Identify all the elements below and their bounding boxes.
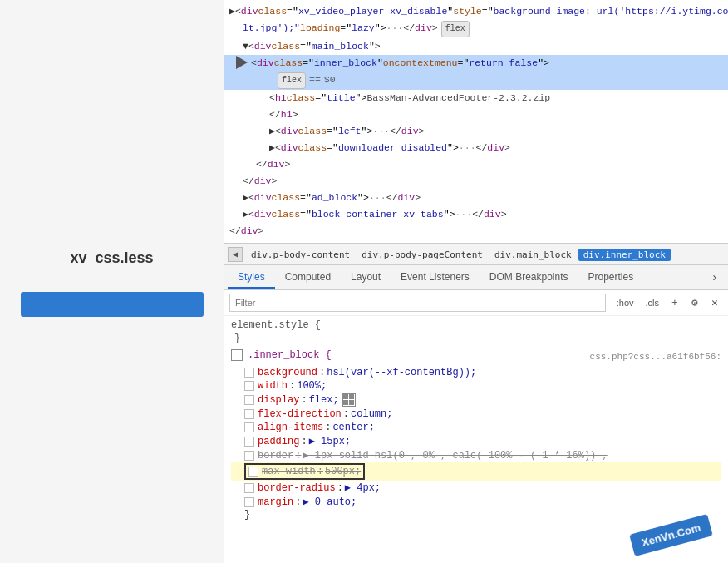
style-rule-flex-direction: flex-direction: column;	[231, 407, 721, 421]
rule-checkbox-border-radius[interactable]	[244, 483, 254, 493]
inner-block-style-block: .inner_block { css.php?css...a61f6bf56: …	[231, 349, 721, 521]
tabs-row: Styles Computed Layout Event Listeners D…	[224, 265, 728, 290]
style-rule-margin: margin: ▶ 0 auto;	[231, 495, 721, 509]
breadcrumb-item-1[interactable]: div.p-body-pageContent	[357, 249, 488, 261]
breadcrumb-item-0[interactable]: div.p-body-content	[246, 249, 355, 261]
tab-more-icon[interactable]: ›	[705, 267, 725, 289]
rule-checkbox-align-items[interactable]	[244, 422, 254, 432]
tab-styles[interactable]: Styles	[228, 267, 275, 289]
tree-line[interactable]: <h1 class="title"> BassMan-AdvancedFoote…	[224, 90, 728, 106]
flex-badge: flex	[278, 72, 306, 89]
breadcrumb-item-2[interactable]: div.main_block	[489, 249, 577, 261]
tab-layout[interactable]: Layout	[341, 267, 391, 289]
rule-checkbox-max-width[interactable]	[248, 467, 258, 477]
element-style-block: element.style { }	[231, 319, 721, 344]
flex-grid-icon[interactable]	[342, 393, 356, 407]
rule-checkbox-width[interactable]	[244, 381, 254, 391]
tree-line[interactable]: ▶ <div class="block-container xv-tabs"> …	[224, 206, 728, 223]
tree-line-selected-sub[interactable]: flex == $0	[224, 72, 728, 90]
rule-checkbox-border[interactable]	[244, 451, 254, 461]
tree-line[interactable]: </div>	[224, 156, 728, 173]
style-rule-padding: padding: ▶ 15px;	[231, 434, 721, 448]
tree-line[interactable]: lt.jpg');" loading="lazy"> ··· </div> fl…	[224, 20, 728, 38]
tree-line[interactable]: ▶ <div class="xv_video_player xv_disable…	[224, 3, 728, 20]
html-tree: ▶ <div class="xv_video_player xv_disable…	[224, 0, 728, 244]
breadcrumb-item-3[interactable]: div.inner_block	[578, 249, 671, 261]
hov-filter-btn[interactable]: :hov	[612, 295, 638, 310]
devtools-panel: ▶ <div class="xv_video_player xv_disable…	[224, 0, 728, 563]
style-rule-border: border: ▶ 1px solid hsl(0 , 0% , calc( 1…	[231, 448, 721, 462]
element-style-line: element.style {	[231, 319, 721, 331]
style-selector: .inner_block {	[248, 349, 332, 361]
style-block-close: }	[231, 509, 721, 521]
cls-filter-btn[interactable]: .cls	[642, 295, 664, 310]
close-icon-btn[interactable]: ✕	[706, 294, 723, 311]
filter-input[interactable]	[229, 294, 606, 312]
tree-line-selected[interactable]: <div class="inner_block" oncontextmenu="…	[224, 55, 728, 72]
tree-line[interactable]: ▶ <div class="downloader disabled"> ··· …	[224, 140, 728, 156]
rule-checkbox-display[interactable]	[244, 395, 254, 405]
style-rule-width: width: 100%;	[231, 379, 721, 393]
settings-icon-btn[interactable]: ⚙	[686, 294, 703, 311]
tree-line[interactable]: ▶ <div class="left"> ··· </div>	[224, 123, 728, 140]
breadcrumb-nav-btn[interactable]: ◀	[228, 247, 243, 262]
left-panel-bar	[21, 292, 204, 317]
max-width-rule-box[interactable]: max-width: 500px;	[244, 463, 365, 480]
tree-line[interactable]: </div>	[224, 173, 728, 190]
rule-checkbox-padding[interactable]	[244, 437, 254, 447]
element-style-close: }	[231, 333, 721, 344]
filter-row: :hov .cls + ⚙ ✕	[224, 290, 728, 316]
rule-checkbox-background[interactable]	[244, 368, 254, 378]
rule-checkbox-flex-direction[interactable]	[244, 409, 254, 419]
tree-line[interactable]: </div>	[224, 223, 728, 240]
breadcrumb-bar: ◀ div.p-body-content div.p-body-pageCont…	[224, 244, 728, 265]
style-rule-border-radius: border-radius: ▶ 4px;	[231, 481, 721, 495]
style-block-checkbox[interactable]	[231, 349, 243, 361]
tree-line[interactable]: ▼ <div class="main_block">	[224, 38, 728, 55]
tab-dom-breakpoints[interactable]: DOM Breakpoints	[480, 267, 578, 289]
left-panel-title: xv_css.less	[70, 249, 153, 267]
style-selector-line: .inner_block { css.php?css...a61f6bf56:	[231, 349, 721, 364]
flex-badge: flex	[441, 21, 470, 37]
style-rule-background: background: hsl(var(--xf-contentBg));	[231, 366, 721, 379]
styles-content: element.style { } .inner_block { css.php…	[224, 316, 728, 563]
style-rule-max-width: max-width: 500px;	[231, 462, 721, 481]
tab-properties[interactable]: Properties	[578, 267, 644, 289]
tab-event-listeners[interactable]: Event Listeners	[391, 267, 480, 289]
style-rule-display: display: flex;	[231, 393, 721, 407]
tree-line[interactable]: ▶ <div class="ad_block"> ··· </div>	[224, 190, 728, 206]
style-source: css.php?css...a61f6bf56:	[590, 352, 721, 362]
left-panel: xv_css.less	[0, 0, 224, 563]
add-filter-btn[interactable]: +	[667, 294, 683, 311]
filter-btns: :hov .cls + ⚙ ✕	[612, 294, 723, 311]
tree-line[interactable]: </h1>	[224, 106, 728, 123]
style-rule-align-items: align-items: center;	[231, 421, 721, 434]
rule-checkbox-margin[interactable]	[244, 497, 254, 507]
tag-punct: ▶	[229, 4, 235, 19]
tab-computed[interactable]: Computed	[275, 267, 341, 289]
